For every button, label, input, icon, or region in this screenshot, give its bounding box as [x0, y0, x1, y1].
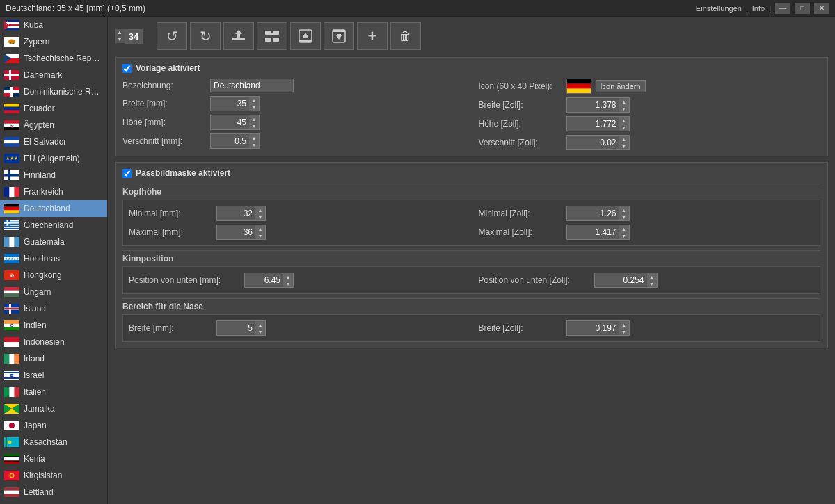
sidebar-item-irland[interactable]: Irland	[0, 350, 107, 367]
sidebar-item-frankreich[interactable]: Frankreich	[0, 184, 107, 200]
maximal-mm-down[interactable]: ▼	[255, 232, 265, 239]
export3-button[interactable]	[290, 22, 321, 50]
sidebar-item-griechenland[interactable]: Griechenland	[0, 217, 107, 234]
sidebar-item-kirgisistan[interactable]: Kirgisistan	[0, 467, 107, 484]
sidebar-item-kenia[interactable]: Kenia	[0, 450, 107, 467]
breite-mm-down[interactable]: ▼	[249, 104, 259, 111]
export1-button[interactable]	[223, 22, 254, 50]
minimize-button[interactable]: —	[775, 3, 790, 14]
counter-up-button[interactable]: ▲	[115, 29, 125, 36]
position-mm-value[interactable]	[245, 274, 283, 286]
minimal-zoll-down[interactable]: ▼	[619, 213, 629, 220]
counter-down-button[interactable]: ▼	[115, 36, 125, 43]
maximize-button[interactable]: □	[795, 3, 810, 14]
breite-mm-up[interactable]: ▲	[249, 97, 259, 104]
maximal-zoll-value[interactable]	[567, 226, 619, 238]
country-sidebar[interactable]: KubaZypernTschechische RepublikDänemarkD…	[0, 17, 108, 504]
breite-zoll-value[interactable]	[567, 99, 619, 111]
export4-button[interactable]	[324, 22, 354, 50]
verschnitt-zoll-value[interactable]	[567, 136, 619, 149]
sidebar-item-italien[interactable]: Italien	[0, 384, 107, 400]
sidebar-item-finnland[interactable]: Finnland	[0, 167, 107, 184]
export2-button[interactable]	[257, 22, 287, 50]
verschnitt-mm-up[interactable]: ▲	[249, 134, 259, 141]
minimal-zoll-up[interactable]: ▲	[619, 206, 629, 213]
position-zoll-up[interactable]: ▲	[647, 273, 657, 280]
sidebar-item-honduras[interactable]: ★★★★★Honduras	[0, 250, 107, 267]
svg-rect-65	[4, 291, 19, 294]
sidebar-item-danemark[interactable]: Dänemark	[0, 67, 107, 83]
position-zoll-spinbtns: ▲ ▼	[647, 273, 657, 287]
maximal-zoll-down[interactable]: ▼	[619, 232, 629, 239]
sidebar-item-ungarn[interactable]: Ungarn	[0, 284, 107, 300]
hohe-zoll-down[interactable]: ▼	[619, 124, 629, 131]
reset-button[interactable]: ↺	[157, 22, 187, 50]
maximal-mm-up[interactable]: ▲	[255, 225, 265, 232]
sidebar-item-japan[interactable]: Japan	[0, 417, 107, 434]
sidebar-item-israel[interactable]: Israel	[0, 367, 107, 384]
position-mm-down[interactable]: ▼	[283, 280, 293, 287]
delete-button[interactable]: 🗑	[390, 22, 421, 50]
hohe-zoll-value[interactable]	[567, 117, 619, 130]
maximal-zoll-up[interactable]: ▲	[619, 225, 629, 232]
sidebar-item-eu[interactable]: ★★★EU (Allgemein)	[0, 150, 107, 167]
vorlage-checkbox[interactable]	[122, 64, 132, 73]
sidebar-item-kasachstan[interactable]: Kasachstan	[0, 434, 107, 450]
nase-breite-zoll-up[interactable]: ▲	[619, 321, 629, 328]
nase-breite-zoll-value[interactable]	[567, 322, 619, 334]
sidebar-item-zypern[interactable]: Zypern	[0, 33, 107, 50]
info-link[interactable]: Info	[752, 4, 765, 13]
breite-zoll-down[interactable]: ▼	[619, 105, 629, 112]
sidebar-item-dominikanische[interactable]: Dominikanische Republik	[0, 83, 107, 100]
sidebar-item-kuba[interactable]: Kuba	[0, 17, 107, 33]
settings-link[interactable]: Einstellungen	[696, 4, 742, 13]
position-zoll-down[interactable]: ▼	[647, 280, 657, 287]
verschnitt-zoll-up[interactable]: ▲	[619, 136, 629, 143]
sidebar-item-tschechische[interactable]: Tschechische Republik	[0, 50, 107, 67]
breite-mm-value[interactable]	[211, 97, 249, 110]
separator: |	[746, 4, 748, 13]
verschnitt-mm-down[interactable]: ▼	[249, 141, 259, 148]
passbildmaske-checkbox[interactable]	[122, 169, 132, 178]
position-zoll-value[interactable]	[595, 274, 647, 286]
hohe-mm-down[interactable]: ▼	[249, 122, 259, 129]
counter-input[interactable]	[125, 29, 143, 44]
breite-zoll-up[interactable]: ▲	[619, 98, 629, 105]
bezeichnung-row: Bezeichnung:	[122, 79, 465, 92]
flag-ec	[4, 104, 19, 113]
sidebar-item-label: Guatemala	[24, 237, 65, 247]
verschnitt-zoll-down[interactable]: ▼	[619, 143, 629, 149]
verschnitt-mm-value[interactable]	[211, 135, 249, 147]
sidebar-item-deutschland[interactable]: Deutschland	[0, 200, 107, 217]
nase-breite-zoll-down[interactable]: ▼	[619, 328, 629, 335]
icon-change-button[interactable]: Icon ändern	[596, 80, 646, 92]
sidebar-item-hongkong[interactable]: ✿Hongkong	[0, 267, 107, 284]
sidebar-item-island[interactable]: Island	[0, 300, 107, 317]
minimal-zoll-value[interactable]	[567, 207, 619, 220]
sidebar-item-guatemala[interactable]: Guatemala	[0, 234, 107, 250]
minimal-mm-down[interactable]: ▼	[255, 213, 265, 220]
maximal-mm-value[interactable]	[217, 226, 255, 238]
bezeichnung-input[interactable]	[210, 79, 294, 92]
rotate-button[interactable]: ↻	[190, 22, 221, 50]
hohe-mm-up[interactable]: ▲	[249, 115, 259, 122]
position-mm-up[interactable]: ▲	[283, 273, 293, 280]
hohe-zoll-up[interactable]: ▲	[619, 117, 629, 124]
sidebar-item-el-salvador[interactable]: El Salvador	[0, 133, 107, 150]
sidebar-item-lettland[interactable]: Lettland	[0, 484, 107, 501]
sidebar-item-agypten[interactable]: 🦅Ägypten	[0, 117, 107, 133]
hohe-mm-value[interactable]	[211, 116, 249, 129]
sidebar-item-jamaika[interactable]: Jamaika	[0, 400, 107, 417]
add-button[interactable]: +	[357, 22, 388, 50]
nase-breite-mm-value[interactable]	[217, 322, 255, 334]
svg-rect-128	[567, 88, 591, 93]
minimal-mm-up[interactable]: ▲	[255, 206, 265, 213]
sidebar-item-ecuador[interactable]: Ecuador	[0, 100, 107, 117]
sidebar-item-indien[interactable]: Indien	[0, 317, 107, 334]
nase-breite-mm-down[interactable]: ▼	[255, 328, 265, 335]
close-button[interactable]: ✕	[814, 3, 829, 14]
minimal-mm-value[interactable]	[217, 207, 255, 220]
svg-marker-119	[303, 33, 308, 37]
sidebar-item-indonesien[interactable]: Indonesien	[0, 334, 107, 350]
nase-breite-mm-up[interactable]: ▲	[255, 321, 265, 328]
